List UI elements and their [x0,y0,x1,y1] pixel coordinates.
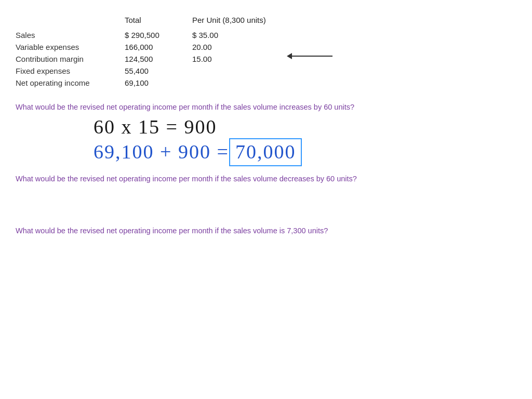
table-row-net-operating-income: Net operating income 69,100 [16,78,516,87]
table-headers: Total Per Unit (8,300 units) [125,16,516,24]
per-unit-sales: $ 35.00 [192,31,260,39]
question-3-text: What would be the revised net operating … [16,225,516,236]
page: Total Per Unit (8,300 units) Sales $ 290… [0,0,532,399]
table-row-sales: Sales $ 290,500 $ 35.00 [16,31,516,39]
calc-line2-prefix: 69,100 + 900 = [94,140,229,164]
calc-answer-box: 70,000 [229,138,302,166]
arrow-indicator [291,56,332,57]
question-1: What would be the revised net operating … [16,102,516,166]
total-net-operating-income: 69,100 [125,78,192,87]
per-unit-variable-expenses: 20.00 [192,43,260,51]
label-fixed-expenses: Fixed expenses [16,66,125,75]
income-table: Total Per Unit (8,300 units) Sales $ 290… [16,16,516,87]
total-variable-expenses: 166,000 [125,43,192,51]
label-sales: Sales [16,31,125,39]
calc-line1: 60 x 15 = 900 [94,116,516,138]
calc-q1: 60 x 15 = 900 69,100 + 900 = 70,000 [94,116,516,166]
table-row-fixed-expenses: Fixed expenses 55,400 [16,66,516,75]
total-fixed-expenses: 55,400 [125,66,192,75]
label-net-operating-income: Net operating income [16,78,125,87]
total-contribution-margin: 124,500 [125,55,192,63]
col-header-per-unit: Per Unit (8,300 units) [192,16,296,24]
calc-line2: 69,100 + 900 = 70,000 [94,138,516,166]
total-sales: $ 290,500 [125,31,192,39]
question-2-text: What would be the revised net operating … [16,174,516,184]
table-row-variable-expenses: Variable expenses 166,000 20.00 [16,43,516,51]
questions-section: What would be the revised net operating … [16,102,516,236]
label-variable-expenses: Variable expenses [16,43,125,51]
col-header-total: Total [125,16,192,24]
question-2: What would be the revised net operating … [16,174,516,184]
arrow-line [291,56,332,57]
table-row-contribution-margin: Contribution margin 124,500 15.00 [16,55,516,63]
label-contribution-margin: Contribution margin [16,55,125,63]
question-1-text: What would be the revised net operating … [16,102,516,112]
per-unit-contribution-margin: 15.00 [192,55,260,63]
question-3: What would be the revised net operating … [16,225,516,236]
